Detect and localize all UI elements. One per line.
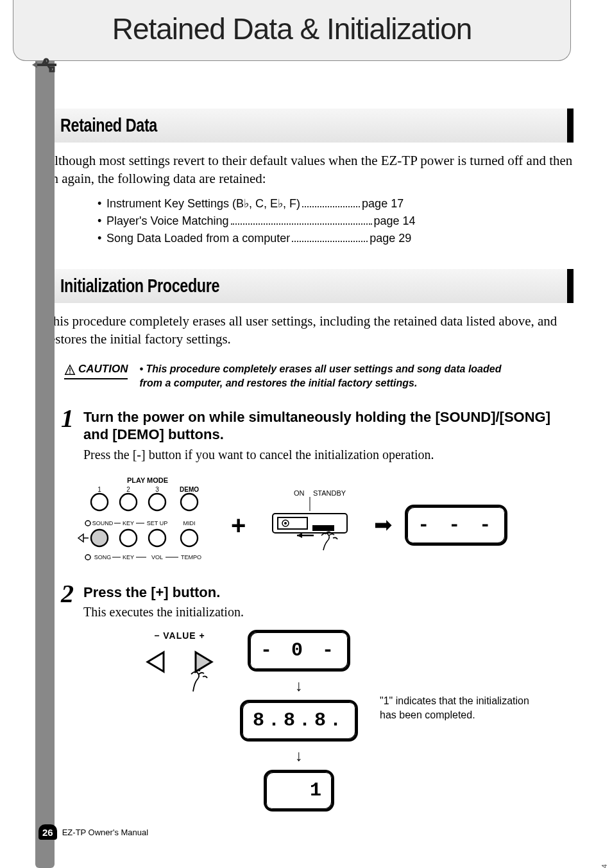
arrow-down-icon: ↓ bbox=[295, 675, 303, 696]
manual-title: EZ-TP Owner's Manual bbox=[62, 828, 148, 837]
svg-rect-39 bbox=[312, 525, 334, 531]
value-buttons-icon: − VALUE + bbox=[141, 630, 218, 704]
svg-point-23 bbox=[181, 530, 198, 546]
section-retained-header: Retained Data bbox=[45, 108, 574, 143]
footer: 26 EZ-TP Owner's Manual bbox=[38, 824, 148, 840]
svg-point-20 bbox=[91, 530, 108, 546]
svg-text:2: 2 bbox=[126, 486, 130, 493]
usb-icon bbox=[31, 55, 59, 74]
svg-text:STANDBY: STANDBY bbox=[313, 489, 346, 497]
svg-point-10 bbox=[120, 494, 137, 510]
svg-text:SET UP: SET UP bbox=[147, 520, 167, 526]
svg-text:VOL: VOL bbox=[151, 554, 163, 560]
completion-note: "1" indicates that the initialization ha… bbox=[380, 694, 540, 722]
svg-point-38 bbox=[284, 522, 287, 525]
page-header: Retained Data & Initialization bbox=[13, 0, 571, 61]
svg-text:PLAY MODE: PLAY MODE bbox=[127, 476, 168, 484]
svg-text:KEY: KEY bbox=[123, 554, 134, 560]
caution-text: • This procedure completely erases all u… bbox=[139, 362, 518, 390]
step-1: 1 Turn the power on while simultaneously… bbox=[58, 408, 574, 464]
page-title: Retained Data & Initialization bbox=[20, 12, 564, 46]
step-number: 2 bbox=[58, 584, 77, 604]
power-switch-icon: ON STANDBY bbox=[259, 488, 361, 563]
plus-icon: + bbox=[231, 508, 246, 542]
header-tab bbox=[35, 0, 55, 868]
step1-title: Turn the power on while simultaneously h… bbox=[83, 408, 574, 444]
svg-text:MIDI: MIDI bbox=[183, 520, 196, 526]
svg-text:TEMPO: TEMPO bbox=[181, 554, 201, 560]
svg-text:ON: ON bbox=[294, 489, 305, 497]
arrow-right-icon: ➡ bbox=[374, 510, 392, 540]
list-item: Player's Voice Matching bbox=[106, 213, 229, 230]
content: Retained Data Although most settings rev… bbox=[0, 61, 612, 812]
warning-icon bbox=[64, 364, 76, 376]
init-intro: This procedure completely erases all use… bbox=[45, 312, 574, 349]
svg-text:SOUND: SOUND bbox=[92, 520, 114, 526]
retained-intro: Although most settings revert to their d… bbox=[45, 152, 574, 188]
section-init-header: Initialization Procedure bbox=[45, 269, 574, 303]
arrow-down-icon: ↓ bbox=[295, 745, 303, 766]
retained-list: • Instrument Key Settings (B♭, C, E♭, F)… bbox=[98, 195, 574, 247]
svg-text:1: 1 bbox=[98, 486, 101, 493]
svg-point-12 bbox=[181, 494, 198, 510]
caution-label: CAUTION bbox=[64, 362, 128, 379]
side-page-number: 24 bbox=[600, 864, 608, 868]
step-number: 1 bbox=[58, 408, 77, 429]
list-item: Song Data Loaded from a computer bbox=[106, 230, 290, 247]
svg-text:SONG: SONG bbox=[94, 554, 112, 560]
step2-title: Press the [+] button. bbox=[83, 584, 574, 602]
svg-point-13 bbox=[85, 521, 90, 526]
step-2: 2 Press the [+] button. This executes th… bbox=[58, 584, 574, 621]
svg-text:KEY: KEY bbox=[123, 520, 134, 526]
svg-point-11 bbox=[149, 494, 166, 510]
svg-point-3 bbox=[69, 372, 71, 374]
display-seq-c: 1 bbox=[264, 770, 334, 812]
step2-text: This executes the initialization. bbox=[83, 603, 574, 621]
step2-figure: − VALUE + - 0 - ↓ 8.8.8. ↓ 1 "1" indicat… bbox=[141, 630, 574, 811]
svg-point-22 bbox=[149, 530, 166, 546]
display-dashes: - - - bbox=[405, 505, 507, 546]
svg-point-21 bbox=[120, 530, 137, 546]
step1-figure: PLAY MODE 1 2 3 DEMO SOUND KEY SET UP MI… bbox=[77, 475, 574, 576]
caution: CAUTION • This procedure completely eras… bbox=[64, 362, 574, 390]
page-number: 26 bbox=[38, 824, 57, 840]
playmode-panel-icon: PLAY MODE 1 2 3 DEMO SOUND KEY SET UP MI… bbox=[77, 475, 218, 576]
display-seq-b: 8.8.8. bbox=[240, 700, 358, 742]
svg-point-24 bbox=[85, 555, 90, 560]
svg-text:3: 3 bbox=[155, 486, 159, 493]
display-seq-a: - 0 - bbox=[248, 630, 350, 672]
svg-point-9 bbox=[91, 494, 108, 510]
list-item: Instrument Key Settings (B♭, C, E♭, F) bbox=[106, 195, 300, 213]
svg-text:DEMO: DEMO bbox=[180, 486, 199, 493]
step1-text: Press the [-] button if you want to canc… bbox=[83, 446, 574, 464]
